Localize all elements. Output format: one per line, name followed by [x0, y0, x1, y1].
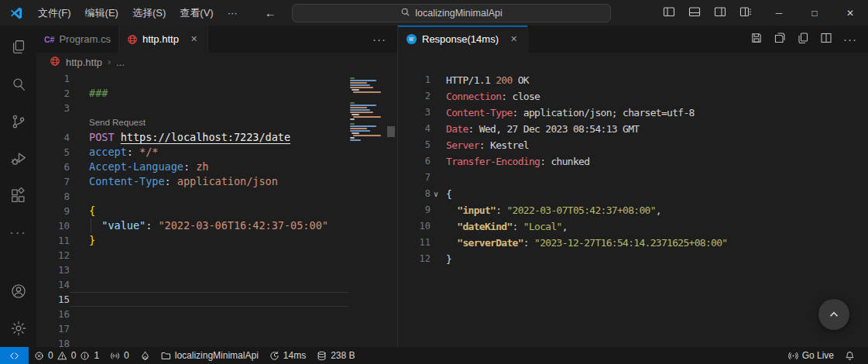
- code-line-9: 9 "input": "2022-03-07T05:42:37+08:00",: [398, 202, 857, 218]
- menu-file[interactable]: 文件(F): [31, 0, 78, 26]
- tab-program-cs[interactable]: C#Program.cs: [36, 26, 119, 53]
- scroll-to-top-button[interactable]: [818, 299, 849, 330]
- line-number: 4: [398, 121, 431, 137]
- code-line-5: 5Server: Kestrel: [398, 137, 857, 153]
- more-actions-icon[interactable]: ···: [372, 33, 386, 46]
- status-problems[interactable]: 001: [29, 347, 105, 364]
- status-remote-indicator[interactable]: [0, 347, 29, 364]
- status-response-size[interactable]: 238 B: [311, 347, 360, 364]
- line-number: 1: [36, 71, 70, 86]
- tab-response[interactable]: Response(14ms)✕: [398, 26, 528, 53]
- line-number: 1: [398, 72, 431, 88]
- globe-icon: [50, 56, 60, 69]
- save-icon[interactable]: [750, 32, 763, 47]
- activity-search[interactable]: [0, 66, 36, 103]
- code-line-16: 16: [36, 307, 348, 321]
- code-line-13: 13: [36, 263, 348, 277]
- code-line-7: 7Content-Type: application/json: [36, 174, 348, 189]
- line-number: 12: [398, 251, 431, 267]
- scrollbar-thumb[interactable]: [387, 126, 395, 137]
- menu-selection[interactable]: 选择(S): [125, 0, 173, 26]
- breadcrumb-file[interactable]: http.http: [66, 57, 102, 68]
- line-number: 16: [36, 307, 70, 321]
- chevron-right-icon: ›: [108, 57, 111, 67]
- editor-http-file[interactable]: 12###3Send Request4POST https://localhos…: [36, 71, 397, 347]
- send-request-codelens[interactable]: Send Request: [70, 115, 348, 130]
- code-line-12: 12: [36, 248, 348, 263]
- activity-manage-settings[interactable]: [0, 310, 36, 347]
- line-number: 4: [36, 130, 70, 145]
- line-number: 13: [36, 263, 70, 277]
- minimize-button[interactable]: ─: [761, 0, 797, 26]
- status-flame-status[interactable]: [135, 347, 156, 364]
- database-icon: [317, 351, 327, 361]
- tab-bar-left: C#Program.cshttp.http✕ ···: [36, 26, 397, 53]
- activity-source-control[interactable]: [0, 103, 36, 140]
- vertical-scrollbar[interactable]: [385, 71, 397, 347]
- code-line-3: 3: [36, 101, 348, 115]
- status-go-live[interactable]: Go Live: [783, 347, 839, 364]
- status-project-folder[interactable]: localizingMinimalApi: [156, 347, 264, 364]
- code-line-1: 1: [36, 71, 348, 86]
- menu-edit[interactable]: 编辑(E): [78, 0, 125, 26]
- code-line-12: 12}: [398, 251, 857, 267]
- folder-icon: [161, 351, 171, 361]
- code-line-18: 18: [36, 336, 348, 347]
- bell-icon: [845, 351, 855, 361]
- close-window-button[interactable]: ✕: [832, 0, 868, 26]
- tab-http-http[interactable]: http.http✕: [119, 26, 208, 53]
- menu-view[interactable]: 查看(V): [173, 0, 220, 26]
- code-line-8: 8∨{: [398, 186, 857, 202]
- code-line-14: 14: [36, 277, 348, 292]
- line-number: 14: [36, 277, 70, 292]
- search-box[interactable]: localizingMinimalApi: [292, 4, 611, 22]
- code-line-10: 10 "dateKind": "Local",: [398, 218, 857, 235]
- code-line-4: 4POST https://localhost:7223/date: [36, 130, 348, 145]
- line-number: 6: [36, 160, 70, 174]
- split-editor-icon[interactable]: [820, 32, 832, 47]
- code-line-3: 3Content-Type: application/json; charset…: [398, 105, 857, 121]
- close-tab-icon[interactable]: ✕: [188, 33, 200, 45]
- more-actions-icon[interactable]: ···: [843, 33, 857, 46]
- status-notifications[interactable]: [839, 347, 860, 364]
- close-tab-icon[interactable]: ✕: [508, 33, 520, 45]
- activity-accounts[interactable]: [0, 273, 36, 310]
- fold-chevron-icon[interactable]: ∨: [434, 186, 437, 202]
- codelens-row: Send Request: [36, 115, 348, 130]
- maximize-button[interactable]: □: [797, 0, 832, 26]
- activity-more-views[interactable]: ···: [0, 215, 36, 252]
- breadcrumb[interactable]: http.http › ...: [36, 53, 397, 71]
- back-arrow-icon[interactable]: ←: [265, 6, 276, 19]
- toggle-secondary-sidebar-icon[interactable]: [714, 5, 726, 21]
- activity-bar: ···: [0, 26, 36, 347]
- breadcrumb-more[interactable]: ...: [116, 57, 125, 68]
- minimap[interactable]: [348, 71, 385, 347]
- toggle-panel-icon[interactable]: [688, 5, 701, 21]
- editor-response[interactable]: 1HTTP/1.1 200 OK2Connection: close3Conte…: [398, 53, 868, 347]
- line-number: 7: [36, 174, 70, 189]
- line-number: 3: [398, 105, 431, 121]
- activity-explorer[interactable]: [0, 29, 36, 66]
- code-line-5: 5accept: */*: [36, 145, 348, 160]
- indent-guide: [91, 218, 91, 233]
- editor-group-left: C#Program.cshttp.http✕ ··· http.http › .…: [36, 26, 397, 347]
- line-number: 5: [398, 137, 431, 153]
- save-copy-icon[interactable]: [774, 32, 786, 47]
- status-ports-broadcast[interactable]: 0: [105, 347, 135, 364]
- code-line-2: 2###: [36, 86, 348, 101]
- line-number: 10: [36, 218, 70, 233]
- activity-run-and-debug[interactable]: [0, 140, 36, 177]
- toggle-sidebar-icon[interactable]: [663, 5, 675, 21]
- window-controls: ─ □ ✕: [761, 0, 868, 26]
- line-number: 10: [398, 218, 431, 235]
- line-number: 6: [398, 153, 431, 170]
- copy-icon[interactable]: [797, 32, 809, 47]
- menu-more-menus[interactable]: ···: [221, 0, 245, 26]
- status-request-duration[interactable]: 14ms: [264, 347, 311, 364]
- customize-layout-icon[interactable]: [739, 5, 752, 21]
- code-line-6: 6Transfer-Encoding: chunked: [398, 153, 857, 170]
- code-line-10: 10 "value": "2022-03-06T16:42:37-05:00": [36, 218, 348, 233]
- line-number: 18: [36, 336, 70, 347]
- line-number: 17: [36, 321, 70, 336]
- activity-extensions[interactable]: [0, 177, 36, 215]
